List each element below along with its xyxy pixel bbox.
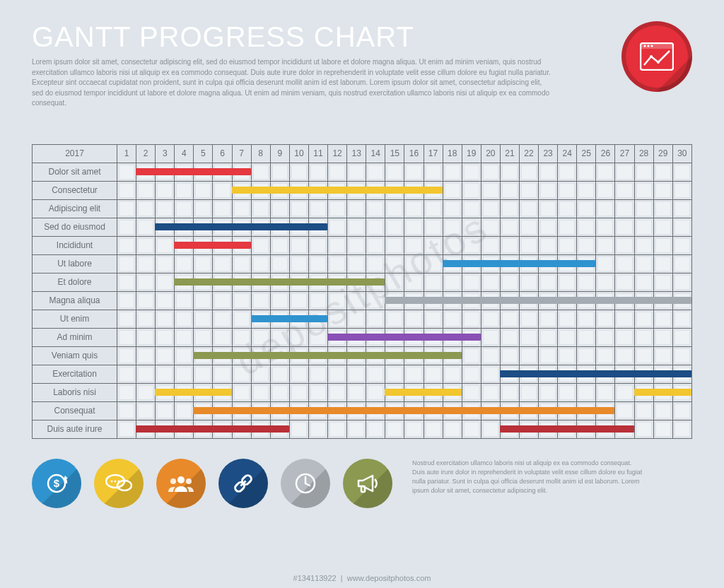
svg-point-15 (177, 476, 185, 483)
day-header: 17 (424, 144, 443, 163)
gantt-bar (136, 425, 289, 433)
task-label: Magna aliqua (33, 291, 117, 310)
svg-text:$: $ (54, 477, 60, 489)
gantt-bar (500, 370, 691, 377)
gantt-chart: 2017123456789101112131415161718192021222… (32, 144, 692, 439)
day-header: 7 (232, 144, 251, 163)
gantt-row: Ut labore (33, 254, 692, 273)
gantt-bar (443, 260, 596, 267)
gantt-bar (193, 407, 614, 414)
day-header: 22 (519, 144, 538, 163)
svg-point-12 (111, 480, 113, 482)
day-header: 5 (194, 144, 213, 163)
day-header: 6 (213, 144, 232, 163)
svg-line-23 (305, 483, 310, 486)
clock-icon (281, 459, 330, 508)
gantt-row: Exercitation (33, 365, 692, 383)
gantt-row: Incididunt (33, 236, 692, 254)
footnote: Nostrud exercitation ullamco laboris nis… (412, 459, 646, 495)
credits: #134113922 | www.depositphotos.com (0, 574, 724, 582)
day-header: 13 (347, 144, 366, 163)
day-header: 18 (443, 144, 462, 163)
gantt-bar (174, 278, 385, 286)
gantt-row: Dolor sit amet (33, 163, 692, 181)
day-header: 30 (672, 144, 691, 163)
analytics-icon (640, 42, 674, 71)
svg-point-16 (170, 478, 176, 484)
gantt-bar (327, 334, 481, 341)
link-icon (218, 459, 268, 508)
day-header: 20 (481, 144, 500, 163)
chat-icon (94, 459, 144, 508)
svg-point-6 (657, 61, 660, 64)
gantt-row: Et dolore (33, 273, 692, 291)
gantt-bar (634, 389, 691, 396)
svg-point-2 (643, 45, 646, 47)
gantt-bar (136, 168, 251, 175)
task-label: Duis aute irure (33, 420, 117, 438)
task-label: Adipiscing elit (33, 199, 117, 218)
day-header: 10 (289, 144, 308, 163)
svg-point-17 (186, 478, 192, 484)
day-header: 11 (308, 144, 327, 163)
page-description: Lorem ipsum dolor sit amet, consectetur … (32, 57, 555, 109)
day-header: 8 (251, 144, 270, 163)
day-header: 28 (634, 144, 653, 163)
svg-rect-24 (361, 486, 365, 492)
gantt-bar (174, 242, 250, 249)
gantt-bar (232, 187, 443, 194)
gantt-row: Veniam quis (33, 346, 692, 365)
gantt-row: Laboris nisi (33, 383, 692, 401)
megaphone-icon (343, 459, 392, 508)
svg-point-13 (115, 480, 117, 482)
day-header: 24 (558, 144, 577, 163)
day-header: 19 (462, 144, 481, 163)
day-header: 25 (577, 144, 596, 163)
task-label: Sed do eiusmod (33, 218, 117, 236)
day-header: 21 (500, 144, 519, 163)
task-label: Et dolore (33, 273, 117, 291)
gantt-row: Sed do eiusmod (33, 218, 692, 236)
task-label: Laboris nisi (33, 383, 117, 401)
day-header: 23 (539, 144, 558, 163)
task-label: Ut enim (33, 310, 117, 328)
gantt-bar (500, 425, 634, 433)
day-header: 3 (156, 144, 175, 163)
footer-icons: $ (32, 459, 392, 508)
day-header: 12 (328, 144, 347, 163)
day-header: 2 (136, 144, 156, 163)
dollar-icon: $ (32, 459, 81, 508)
task-label: Ad minim (33, 328, 117, 346)
day-header: 29 (653, 144, 672, 163)
gantt-bar (155, 389, 231, 396)
gantt-row: Ut enim (33, 310, 692, 328)
day-header: 15 (385, 144, 404, 163)
day-header: 14 (366, 144, 385, 163)
year-header: 2017 (33, 144, 117, 163)
task-label: Consequat (33, 401, 117, 420)
day-header: 1 (117, 144, 136, 163)
gantt-row: Adipiscing elit (33, 199, 692, 218)
task-label: Dolor sit amet (33, 163, 117, 181)
day-header: 27 (615, 144, 634, 163)
gantt-bar (155, 223, 327, 230)
gantt-row: Ad minim (33, 328, 692, 346)
task-label: Exercitation (33, 365, 117, 383)
svg-marker-9 (64, 476, 68, 479)
logo-badge (621, 21, 692, 92)
gantt-bar (193, 352, 461, 359)
task-label: Consectetur (33, 181, 117, 199)
gantt-bar (251, 315, 327, 322)
page-title: GANTT PROGRESS CHART (32, 21, 692, 53)
gantt-row: Duis aute irure (33, 420, 692, 438)
day-header: 16 (404, 144, 424, 163)
svg-point-4 (650, 45, 653, 47)
gantt-row: Magna aliqua (33, 291, 692, 310)
day-header: 9 (270, 144, 289, 163)
svg-point-5 (650, 55, 653, 58)
task-label: Incididunt (33, 236, 117, 254)
day-header: 4 (175, 144, 194, 163)
svg-point-3 (647, 45, 649, 47)
gantt-bar (385, 389, 461, 396)
gantt-bar (385, 297, 691, 304)
